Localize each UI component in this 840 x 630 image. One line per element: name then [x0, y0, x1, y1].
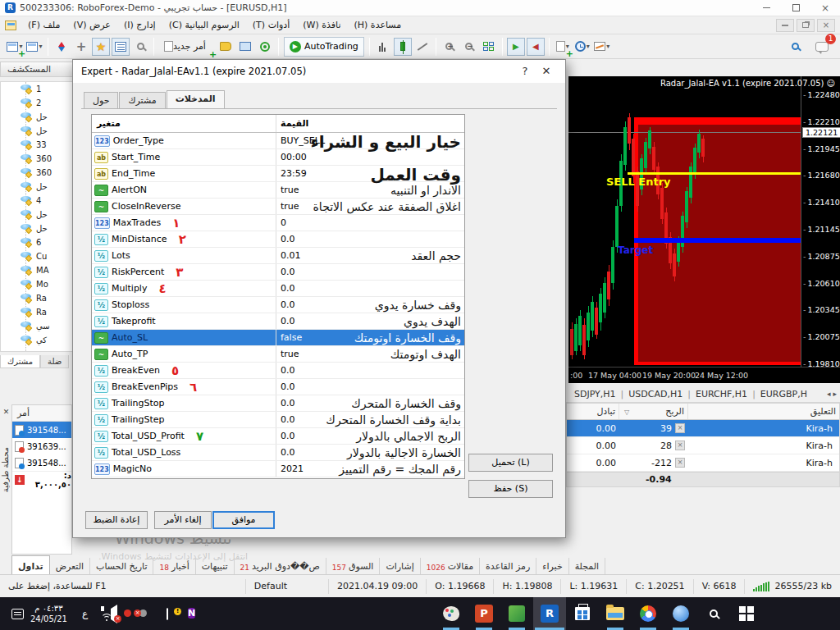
param-row-Auto_SL[interactable]: ~Auto_SLfalseوقف الخسارة اوتومتك: [92, 330, 464, 346]
symbol-tab-SDJPY,H1[interactable]: SDJPY,H1: [569, 389, 621, 399]
auto-scroll-icon[interactable]: ▶: [507, 38, 525, 56]
menu-item-4[interactable]: أدوات (T): [246, 17, 297, 33]
symbol-tab-EURGBP,H[interactable]: EURGBP,H: [756, 389, 812, 399]
mdi-minimize-button[interactable]: [776, 19, 794, 32]
close-trade-icon[interactable]: ×: [675, 458, 685, 468]
terminal-tab-4[interactable]: تنبيهات: [196, 558, 235, 574]
param-value[interactable]: 0.0: [281, 316, 295, 326]
symbol-tab-USDCAD,H1[interactable]: USDCAD,H1: [623, 389, 687, 399]
taskbar-store[interactable]: [566, 597, 599, 630]
param-row-BreakEven[interactable]: ½BreakEven٥0.0: [92, 363, 464, 379]
terminal-tab-8[interactable]: 1026مقالات: [421, 558, 480, 574]
cancel-button[interactable]: إلغاء الأمر: [154, 511, 212, 529]
new-order-button[interactable]: +أمر جديد: [158, 37, 215, 57]
terminal-tab-6[interactable]: 157السوق: [326, 558, 381, 574]
sell-entry-line[interactable]: [628, 172, 801, 175]
load-button[interactable]: تحميل (L): [468, 454, 553, 472]
taskbar-powerpoint[interactable]: P: [468, 597, 500, 630]
profiles-button[interactable]: ▾: [25, 38, 43, 56]
dialog-tab-0[interactable]: حول: [84, 92, 118, 108]
onenote-icon[interactable]: N: [188, 606, 195, 621]
navigator-tab-1[interactable]: ضلة: [40, 355, 69, 368]
taskbar-start-button[interactable]: [730, 597, 763, 630]
param-row-MinDistance[interactable]: ½MinDistance٢0.0: [92, 231, 464, 248]
chart-candles-icon[interactable]: [394, 38, 412, 56]
taskbar-chrome[interactable]: [632, 597, 664, 630]
column-comment[interactable]: التعليق: [688, 404, 839, 419]
mql5-community-icon[interactable]: [256, 38, 274, 56]
param-value[interactable]: 0.0: [281, 365, 295, 376]
trade-row[interactable]: 0.00-212×Kira-h: [567, 454, 839, 472]
order-row[interactable]: 391548...: [12, 422, 71, 438]
periods-button[interactable]: ▾: [573, 38, 591, 56]
param-value[interactable]: 0.0: [281, 381, 295, 392]
param-value[interactable]: 0.0: [281, 299, 295, 310]
param-value[interactable]: true: [281, 349, 299, 359]
dialog-help-button[interactable]: ?: [514, 63, 536, 80]
taskbar-file-explorer[interactable]: [599, 597, 632, 630]
mdi-restore-button[interactable]: [797, 19, 815, 32]
menu-item-2[interactable]: إدارج (I): [117, 17, 162, 33]
save-button[interactable]: حفظ (S): [468, 480, 553, 498]
param-row-Order_Type[interactable]: 123Order_TypeBUY_SELLخيار البيع و الشراء: [92, 133, 464, 149]
param-value[interactable]: 2021: [281, 463, 304, 474]
terminal-tab-7[interactable]: إشارات: [380, 558, 420, 574]
param-row-Total_USD_Loss[interactable]: ½Total_USD_Loss0.0الخسارة الاجالية بالدو…: [92, 445, 464, 461]
strategy-tester-icon[interactable]: [131, 38, 149, 56]
taskbar-photos-app[interactable]: [500, 597, 533, 630]
close-trade-icon[interactable]: ×: [675, 423, 685, 433]
param-row-Lots[interactable]: ½Lots0.01حجم العقد: [92, 248, 464, 264]
usb-device-icon[interactable]: [167, 609, 168, 619]
terminal-close-icon[interactable]: ✕: [2, 408, 11, 417]
minimize-button[interactable]: [751, 0, 781, 16]
new-chart-button[interactable]: +▾: [6, 38, 24, 56]
param-value[interactable]: false: [281, 332, 302, 343]
chart-plot-area[interactable]: SELL Entry Target: [568, 76, 801, 367]
dialog-close-button[interactable]: ✕: [536, 63, 557, 80]
param-row-Stoploss[interactable]: ½Stoploss0.0وقف خسارة يدوي: [92, 297, 464, 313]
taskbar-paint[interactable]: [435, 597, 468, 630]
terminal-tab-2[interactable]: تاريخ الحساب: [90, 558, 153, 574]
param-value[interactable]: 23:59: [281, 168, 307, 179]
param-row-TrailingStep[interactable]: ½TrailingStep0.0بداية وقف الخسارة المتحر…: [92, 412, 464, 428]
language-indicator[interactable]: ع: [82, 608, 88, 619]
search-icon[interactable]: [786, 38, 804, 56]
reset-button[interactable]: إعادة الضبط: [85, 511, 148, 529]
param-row-End_Time[interactable]: abEnd_Time23:59وقت العمل: [92, 166, 464, 182]
menu-item-1[interactable]: عرض (V): [66, 17, 117, 33]
menu-item-0[interactable]: ملف (F): [21, 17, 66, 33]
param-value[interactable]: 0.0: [281, 234, 295, 244]
column-swap[interactable]: تبادل: [567, 404, 619, 419]
param-row-AlertON[interactable]: ~AlertONtrueالاندار او التنبيه: [92, 182, 464, 199]
taskbar-mt4-active[interactable]: R: [533, 597, 566, 630]
market-watch-icon[interactable]: [52, 38, 71, 56]
notifications-icon[interactable]: 1: [813, 38, 831, 56]
dialog-titlebar[interactable]: Expert - Radar_Jalal-EAv1.1 (expire 2021…: [73, 60, 565, 83]
param-row-MaxTrades[interactable]: 123MaxTrades١0: [92, 215, 464, 231]
navigator-icon[interactable]: ★: [92, 38, 110, 56]
order-row[interactable]: 391639...: [12, 438, 71, 454]
param-row-TrailingStop[interactable]: ½TrailingStop0.0وقف الخسارة المتحرك: [92, 395, 464, 412]
terminal-tab-10[interactable]: خبراء: [536, 558, 568, 574]
mdi-close-button[interactable]: ×: [817, 19, 835, 32]
notification-area-icon[interactable]: [11, 609, 24, 619]
param-row-Takeprofit[interactable]: ½Takeprofit0.0الهدف يدوي: [92, 313, 464, 330]
param-value[interactable]: 0.01: [281, 250, 301, 261]
param-value[interactable]: true: [281, 185, 299, 195]
symbol-tabs-scroll-arrows[interactable]: ◂ ▸: [827, 390, 840, 398]
param-row-Auto_TP[interactable]: ~Auto_TPtrueالهدف اوتومتك: [92, 346, 464, 363]
param-row-Multiply[interactable]: ½Multiply٤0.0: [92, 281, 464, 297]
param-value[interactable]: 0.0: [281, 414, 295, 425]
param-value[interactable]: 0.0: [281, 267, 295, 277]
taskbar-browser[interactable]: [664, 597, 697, 630]
orders-column-header[interactable]: أمر: [12, 405, 71, 422]
metaeditor-icon[interactable]: [217, 38, 235, 56]
terminal-tab-1[interactable]: التعرض: [50, 558, 90, 574]
chart-window[interactable]: Radar_Jalal-EA v1.1 (expire 2021.07.05) …: [568, 76, 840, 383]
param-row-MagicNo[interactable]: 123MagicNo2021رقم المجك = رقم التمييز: [92, 461, 464, 477]
expert-properties-icon[interactable]: [236, 38, 254, 56]
taskbar-search[interactable]: [697, 597, 730, 630]
trade-row[interactable]: 0.0028×Kira-h: [567, 437, 839, 454]
param-value[interactable]: true: [281, 201, 299, 212]
symbol-tab-EURCHF,H1[interactable]: EURCHF,H1: [691, 389, 752, 399]
